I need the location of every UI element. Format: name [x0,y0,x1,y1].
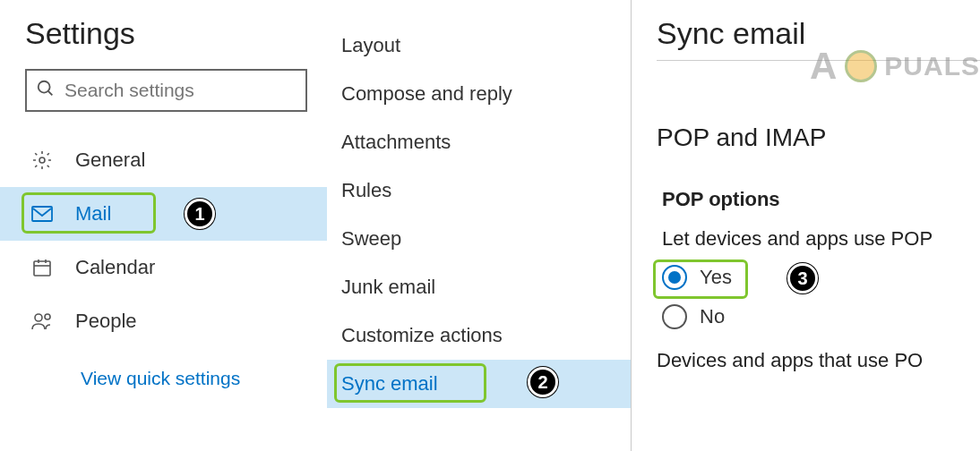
radio-no-circle [662,304,687,329]
watermark-text: PUALS [884,51,980,81]
let-devices-label: Let devices and apps use POP [657,227,980,251]
sync-email-panel: Sync email POP and IMAP POP options Let … [632,0,980,451]
sidebar-label-mail: Mail [75,202,111,226]
watermark-mascot-icon [845,50,877,82]
badge-1: 1 [185,199,215,229]
menu-sweep[interactable]: Sweep [327,215,631,263]
radio-no[interactable]: No [657,304,980,329]
badge-2: 2 [528,367,558,397]
gear-icon [30,149,54,171]
sidebar-item-general[interactable]: General [0,133,327,187]
menu-junk-email[interactable]: Junk email [327,263,631,311]
menu-sync-email[interactable]: Sync email 2 [327,360,631,408]
devices-apps-text: Devices and apps that use PO [657,349,980,372]
sidebar-item-people[interactable]: People [0,294,327,348]
svg-rect-4 [34,261,50,276]
svg-rect-3 [32,207,52,221]
search-settings-input[interactable] [64,80,299,101]
svg-point-0 [39,81,50,93]
watermark-a: A [810,45,838,88]
svg-line-1 [48,91,53,96]
search-settings-box[interactable] [25,69,307,112]
section-pop-imap: POP and IMAP [657,123,980,152]
search-icon [36,79,56,102]
radio-no-label: No [700,305,725,328]
badge-3: 3 [787,263,818,294]
watermark: A PUALS [810,45,980,88]
subsection-pop-options: POP options [657,188,980,211]
radio-yes-circle [662,265,687,290]
radio-yes[interactable]: Yes 3 [657,265,980,290]
menu-compose-reply[interactable]: Compose and reply [327,70,631,118]
svg-point-11 [35,314,42,321]
view-quick-settings-link[interactable]: View quick settings [0,368,327,389]
people-icon [30,311,54,331]
menu-layout[interactable]: Layout [327,21,631,70]
menu-sync-email-label: Sync email [341,372,438,395]
sidebar-item-calendar[interactable]: Calendar [0,241,327,294]
sidebar-label-general: General [75,149,145,172]
menu-rules[interactable]: Rules [327,166,631,215]
mail-submenu: Layout Compose and reply Attachments Rul… [327,0,632,451]
menu-customize-actions[interactable]: Customize actions [327,311,631,360]
mail-icon [30,205,54,223]
svg-point-2 [39,157,45,163]
settings-sidebar: Settings General Mail 1 Calendar People … [0,0,327,451]
sidebar-label-calendar: Calendar [75,256,155,279]
svg-point-12 [45,314,50,319]
sidebar-label-people: People [75,310,137,333]
settings-title: Settings [0,16,327,51]
radio-yes-label: Yes [700,266,732,289]
menu-attachments[interactable]: Attachments [327,118,631,166]
sidebar-item-mail[interactable]: Mail 1 [0,187,327,241]
calendar-icon [30,257,54,278]
